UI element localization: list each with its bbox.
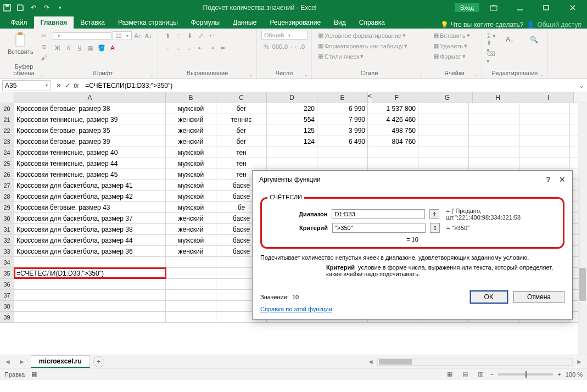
cell[interactable]: Кроссовки для баскетбола, размер 44 (14, 235, 166, 245)
cell[interactable]: 4 426 460 (368, 114, 418, 125)
tab-help[interactable]: Справка (353, 16, 392, 29)
font-color-icon[interactable]: A (108, 43, 118, 53)
cell[interactable] (317, 147, 368, 158)
cell[interactable]: 3 990 (317, 125, 368, 136)
row-header[interactable]: 37 (0, 290, 14, 300)
tab-home[interactable]: Главная (34, 16, 74, 29)
col-header[interactable]: C (216, 92, 267, 103)
row-header[interactable]: 22 (0, 125, 14, 136)
cell[interactable] (14, 312, 166, 322)
undo-icon[interactable]: ↶ (29, 3, 38, 13)
cell[interactable]: мужской (166, 169, 216, 180)
decrease-indent-icon[interactable]: ⇤ (195, 43, 205, 53)
close-icon[interactable] (561, 0, 585, 15)
range-input[interactable] (332, 209, 425, 219)
login-button[interactable]: Вход (455, 3, 479, 12)
font-size-combo[interactable]: 12 (113, 31, 132, 40)
paste-button[interactable]: Вставить (4, 31, 37, 56)
col-header[interactable]: E (317, 92, 368, 103)
ribbon-options-icon[interactable] (482, 0, 506, 15)
cell[interactable]: мужской (166, 103, 216, 114)
cell[interactable]: 6 490 (317, 136, 368, 147)
align-bottom-icon[interactable]: ⬇ (185, 31, 194, 41)
tab-formulas[interactable]: Формулы (185, 16, 226, 29)
cell[interactable] (267, 147, 317, 158)
hscroll-thumb[interactable] (379, 359, 412, 365)
cell[interactable] (14, 301, 166, 311)
conditional-formatting-button[interactable]: ▦Условное форматирование ▾ (316, 31, 422, 40)
cell[interactable]: 125 (267, 125, 317, 136)
cell[interactable] (166, 279, 216, 289)
dialog-close-icon[interactable]: ✕ (559, 175, 566, 184)
cell[interactable]: 7 990 (317, 114, 368, 125)
cell[interactable] (469, 103, 519, 114)
cell[interactable]: женский (166, 136, 216, 147)
cell[interactable] (166, 290, 216, 300)
enter-formula-icon[interactable]: ✓ (65, 82, 70, 89)
cell[interactable]: тен (216, 158, 267, 169)
format-as-table-button[interactable]: ▦Форматировать как таблицу ▾ (316, 41, 422, 51)
sheet-nav-next-icon[interactable]: ► (16, 358, 27, 366)
insert-cells-button[interactable]: ▦Вставить ▾ (432, 31, 477, 40)
cell[interactable]: мужской (166, 202, 216, 212)
hscroll-left-icon[interactable]: ◄ (365, 358, 376, 366)
cell[interactable]: женский (166, 125, 216, 136)
increase-decimal-icon[interactable]: .0→ (283, 42, 293, 52)
increase-font-icon[interactable]: A↑ (133, 31, 142, 41)
macro-record-icon[interactable]: ▦ (31, 371, 37, 378)
cell[interactable] (14, 279, 166, 289)
row-header[interactable]: 35 (0, 268, 14, 278)
border-icon[interactable]: ▦ (86, 43, 96, 53)
cell[interactable]: 1 537 800 (368, 103, 418, 114)
page-layout-icon[interactable]: ▤ (460, 370, 471, 379)
cell[interactable]: бег (216, 136, 267, 147)
col-header[interactable]: B (166, 92, 216, 103)
cell[interactable] (418, 103, 469, 114)
cell[interactable]: женский (166, 114, 216, 125)
range-ref-button[interactable]: ↥ (429, 209, 439, 219)
format-painter-icon[interactable]: 🖌 (39, 53, 49, 63)
row-header[interactable]: 24 (0, 147, 14, 158)
cell[interactable] (418, 147, 469, 158)
zoom-in-icon[interactable]: + (557, 371, 561, 378)
col-header[interactable]: H (473, 92, 523, 103)
increase-indent-icon[interactable]: ⇥ (206, 43, 216, 53)
tab-data[interactable]: Данные (226, 16, 263, 29)
horizontal-scrollbar[interactable] (377, 358, 573, 366)
zoom-out-icon[interactable]: − (490, 371, 494, 378)
cell[interactable] (368, 158, 418, 169)
cell[interactable] (469, 114, 519, 125)
clear-icon[interactable]: ⌫ ▾ (487, 53, 496, 63)
row-header[interactable]: 29 (0, 202, 14, 212)
cell[interactable] (317, 158, 368, 169)
row-header[interactable]: 34 (0, 257, 14, 267)
cell[interactable] (469, 158, 519, 169)
cell[interactable]: женский (166, 246, 216, 256)
cell[interactable]: 6 990 (317, 103, 368, 114)
align-middle-icon[interactable]: ≡ (174, 31, 183, 41)
table-row[interactable]: 22Кроссовки беговые, размер 35женскийбег… (0, 125, 587, 136)
align-top-icon[interactable]: ⬆ (163, 31, 172, 41)
maximize-icon[interactable] (534, 0, 558, 15)
row-header[interactable]: 30 (0, 213, 14, 223)
cell[interactable]: 804 760 (368, 136, 418, 147)
cell[interactable] (166, 257, 216, 267)
delete-cells-button[interactable]: ▦Удалить ▾ (432, 41, 477, 51)
row-header[interactable]: 31 (0, 224, 14, 234)
cell[interactable] (418, 158, 469, 169)
cell[interactable]: Кроссовки для баскетбола, размер 36 (14, 246, 166, 256)
expand-formula-bar-icon[interactable]: ⌄ (576, 82, 587, 89)
cell[interactable] (14, 290, 166, 300)
cell[interactable]: мужской (166, 191, 216, 201)
tell-me-search[interactable]: 💡 Что вы хотите сделать? (440, 21, 524, 29)
cell[interactable]: 124 (267, 136, 317, 147)
fill-color-icon[interactable]: 🪣 (97, 43, 107, 53)
table-row[interactable]: 23Кроссовки беговые, размер 39женскийбег… (0, 136, 587, 147)
fx-icon[interactable]: fx (74, 82, 79, 89)
align-right-icon[interactable]: ≡ (185, 43, 194, 53)
sheet-nav-prev-icon[interactable]: ◄ (2, 358, 13, 366)
cell[interactable]: бег (216, 125, 267, 136)
normal-view-icon[interactable]: ▦ (444, 370, 455, 379)
autosave-icon[interactable] (2, 3, 12, 13)
percent-icon[interactable]: 000 (272, 42, 282, 52)
